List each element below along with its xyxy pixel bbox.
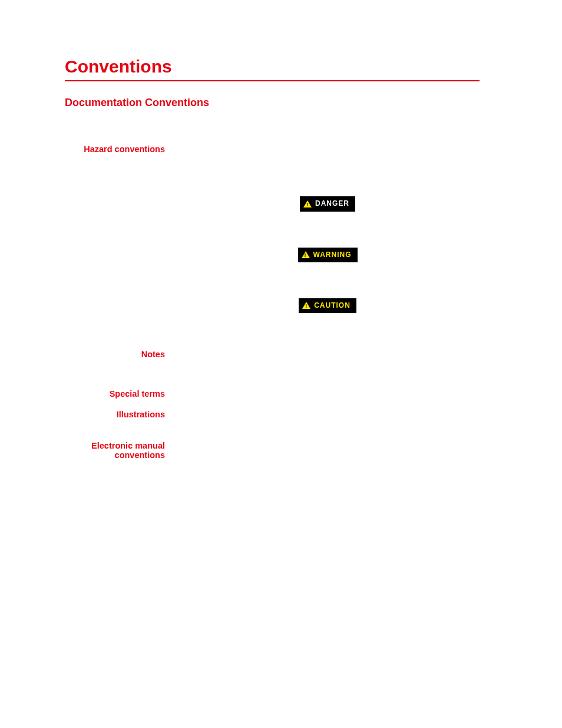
note-text: Take special notice of this information. [205, 365, 325, 374]
special-terms-p1: New or unfamiliar terms appear in italic… [176, 388, 480, 398]
emanual-p3: Click an online link once to go to the r… [176, 515, 480, 525]
emanual-p1: In addition to traditional bookmarks ava… [176, 440, 480, 473]
notes-p1: Notes highlight important information ab… [176, 349, 480, 359]
special-terms-row: Special terms New or unfamiliar terms ap… [65, 388, 480, 404]
special-terms-p1c: the first time they are used. [301, 389, 388, 397]
caution-badge-text: CAUTION [314, 301, 351, 311]
title-rule [65, 80, 480, 81]
emanual-link-word: underlined [301, 479, 334, 487]
warning-badge-text: WARNING [313, 250, 352, 260]
danger-badge-block: DANGER [176, 196, 480, 211]
danger-badge: DANGER [300, 196, 355, 211]
notes-label: Notes [65, 349, 165, 359]
caution-text: Indicates situations that could result i… [176, 317, 480, 337]
chapter-title: Conventions [65, 57, 480, 77]
illustrations-body: The illustrations of the instrument and … [176, 409, 480, 436]
alert-triangle-icon [303, 200, 312, 207]
illustrations-p1: The illustrations of the instrument and … [176, 409, 480, 430]
illustrations-row: Illustrations The illustrations of the i… [65, 409, 480, 436]
section-title: Documentation Conventions [65, 97, 480, 109]
intro-paragraph: To help you find and understand informat… [65, 121, 480, 131]
danger-text: Indicates situations that will result in… [176, 215, 480, 236]
emanual-label: Electronic manual conventions [65, 440, 165, 460]
warning-badge-block: WARNING [176, 248, 480, 262]
footer-text: MTS LX Laser Extensometer [65, 696, 140, 702]
special-terms-body: New or unfamiliar terms appear in italic… [176, 388, 480, 404]
emanual-p2a: Table-of-content and index entries, blue [176, 479, 301, 487]
alert-triangle-icon [302, 302, 310, 309]
notes-row: Notes Notes highlight important informat… [65, 349, 480, 375]
emanual-p2: Table-of-content and index entries, blue… [176, 479, 480, 509]
illustrations-label: Illustrations [65, 409, 165, 419]
hazard-p1: Hazard notices are used in this publicat… [176, 144, 480, 164]
hazard-row: Hazard conventions Hazard notices are us… [65, 144, 480, 344]
notes-example: Note: Take special notice of this inform… [185, 365, 480, 375]
alert-triangle-icon [302, 251, 310, 258]
special-terms-p1a: New or unfamiliar terms appear in [176, 389, 283, 397]
warning-badge: WARNING [298, 248, 358, 262]
hazard-p2: Carefully read and follow the instructio… [176, 170, 480, 191]
hazard-body: Hazard notices are used in this publicat… [176, 144, 480, 344]
caution-badge-block: CAUTION [176, 298, 480, 313]
special-terms-label: Special terms [65, 388, 165, 398]
hazard-label: Hazard conventions [65, 144, 165, 154]
note-label: Note: [185, 365, 203, 374]
danger-badge-text: DANGER [315, 199, 349, 209]
special-terms-italics: italics [283, 389, 301, 397]
warning-text: Indicates situations that could result i… [176, 266, 480, 286]
emanual-row: Electronic manual conventions In additio… [65, 440, 480, 532]
emanual-body: In addition to traditional bookmarks ava… [176, 440, 480, 532]
caution-badge: CAUTION [299, 298, 356, 313]
notes-body: Notes highlight important information ab… [176, 349, 480, 375]
